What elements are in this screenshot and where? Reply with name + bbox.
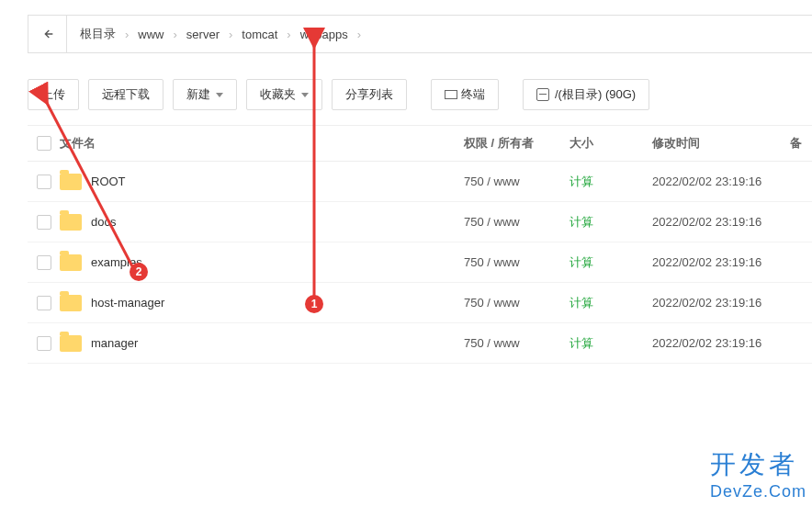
row-checkbox[interactable] [37, 336, 51, 351]
row-checkbox[interactable] [37, 296, 51, 310]
watermark-line1: 开发者 [710, 447, 806, 482]
folder-icon [60, 254, 82, 271]
favorites-button[interactable]: 收藏夹 [246, 79, 322, 110]
chevron-right-icon: › [285, 28, 292, 41]
table-row[interactable]: manager750 / www计算2022/02/02 23:19:16 [28, 323, 812, 364]
disk-button[interactable]: /(根目录) (90G) [523, 79, 649, 110]
folder-icon [60, 295, 82, 311]
table-body: ROOT750 / www计算2022/02/02 23:19:16docs75… [28, 162, 812, 364]
table-header: 文件名 权限 / 所有者 大小 修改时间 备 [28, 125, 812, 162]
share-label: 分享列表 [345, 86, 393, 103]
terminal-button[interactable]: 终端 [431, 79, 499, 110]
file-perm: 750 / www [464, 336, 570, 350]
watermark: 开发者 DevZe.Com [710, 447, 806, 501]
folder-icon [60, 214, 82, 231]
file-date: 2022/02/02 23:19:16 [652, 215, 790, 229]
col-date[interactable]: 修改时间 [652, 135, 790, 152]
chevron-right-icon: › [355, 28, 363, 41]
breadcrumb-item[interactable]: www [130, 24, 171, 45]
file-name[interactable]: docs [91, 215, 116, 229]
breadcrumb-item[interactable]: 根目录 [73, 22, 123, 46]
chevron-right-icon: › [123, 28, 130, 41]
breadcrumb-bar: 根目录›www›server›tomcat›webapps› [28, 15, 812, 53]
back-button[interactable] [28, 16, 67, 52]
file-name[interactable]: manager [91, 336, 138, 350]
col-size[interactable]: 大小 [570, 135, 652, 152]
upload-button[interactable]: 上传 [28, 79, 79, 110]
file-size-compute[interactable]: 计算 [570, 295, 652, 311]
table-row[interactable]: host-manager750 / www计算2022/02/02 23:19:… [28, 283, 812, 323]
row-checkbox[interactable] [37, 255, 51, 270]
upload-label: 上传 [41, 86, 65, 103]
arrow-left-icon [40, 27, 55, 41]
col-op: 备 [790, 135, 812, 152]
folder-icon [60, 174, 82, 190]
file-name[interactable]: ROOT [91, 175, 126, 188]
file-table: 文件名 权限 / 所有者 大小 修改时间 备 ROOT750 / www计算20… [28, 125, 812, 364]
file-perm: 750 / www [464, 255, 570, 269]
terminal-label: 终端 [461, 86, 485, 103]
file-size-compute[interactable]: 计算 [570, 254, 652, 271]
toolbar: 上传 远程下载 新建 收藏夹 分享列表 终端 /(根目录) (90G) [28, 79, 812, 110]
table-row[interactable]: docs750 / www计算2022/02/02 23:19:16 [28, 202, 812, 242]
file-date: 2022/02/02 23:19:16 [652, 175, 790, 188]
terminal-icon [445, 90, 457, 99]
chevron-down-icon [301, 93, 309, 97]
folder-icon [60, 335, 82, 352]
disk-label: /(根目录) (90G) [555, 86, 636, 103]
breadcrumb: 根目录›www›server›tomcat›webapps› [67, 22, 368, 46]
remote-label: 远程下载 [102, 86, 150, 103]
file-perm: 750 / www [464, 175, 570, 188]
watermark-line2: DevZe.Com [710, 482, 806, 501]
breadcrumb-item[interactable]: tomcat [234, 24, 285, 45]
new-label: 新建 [186, 86, 210, 103]
annotation-badge-2: 2 [130, 263, 148, 281]
file-perm: 750 / www [464, 296, 570, 310]
file-size-compute[interactable]: 计算 [570, 214, 652, 231]
chevron-down-icon [216, 93, 223, 97]
file-name[interactable]: host-manager [91, 296, 164, 310]
new-button[interactable]: 新建 [173, 79, 237, 110]
file-size-compute[interactable]: 计算 [570, 335, 652, 352]
remote-download-button[interactable]: 远程下载 [88, 79, 164, 110]
breadcrumb-item[interactable]: webapps [293, 24, 355, 45]
annotation-badge-1: 1 [305, 295, 323, 313]
chevron-right-icon: › [227, 28, 234, 41]
fav-label: 收藏夹 [260, 86, 296, 103]
file-date: 2022/02/02 23:19:16 [652, 296, 790, 310]
table-row[interactable]: ROOT750 / www计算2022/02/02 23:19:16 [28, 162, 812, 202]
share-list-button[interactable]: 分享列表 [332, 79, 407, 110]
file-date: 2022/02/02 23:19:16 [652, 255, 790, 269]
file-size-compute[interactable]: 计算 [570, 174, 652, 190]
row-checkbox[interactable] [37, 175, 51, 189]
disk-icon [536, 88, 549, 101]
file-date: 2022/02/02 23:19:16 [652, 336, 790, 350]
col-name[interactable]: 文件名 [60, 135, 464, 152]
row-checkbox[interactable] [37, 215, 51, 230]
breadcrumb-item[interactable]: server [179, 24, 227, 45]
select-all-checkbox[interactable] [37, 136, 51, 151]
file-perm: 750 / www [464, 215, 570, 229]
chevron-right-icon: › [172, 28, 179, 41]
col-perm[interactable]: 权限 / 所有者 [464, 135, 570, 152]
